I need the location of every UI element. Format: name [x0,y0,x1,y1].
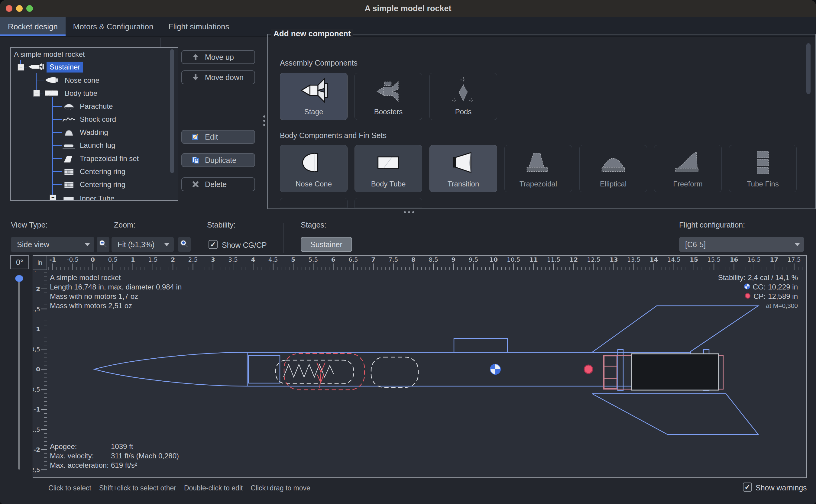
flight-configuration-label: Flight configuration: [679,221,745,229]
tree-item-wadding[interactable]: Wadding [80,128,108,137]
partial-component-button[interactable] [280,198,348,208]
duplicate-button[interactable]: Duplicate [181,153,255,167]
show-warnings-checkbox[interactable]: ✓ [743,483,752,492]
svg-text:-2: -2 [34,446,40,453]
flight-stats-block: Apogee:1039 ft Max. velocity:311 ft/s (M… [50,442,179,470]
tree-item-parachute[interactable]: Parachute [80,102,113,111]
body-tube-big-icon [372,145,405,180]
flight-configuration-value: [C6-5] [685,240,706,249]
pods-label: Pods [455,108,472,116]
zoom-level-dropdown[interactable]: Fit (51,3%) [112,237,174,252]
show-cgcp-checkbox[interactable]: ✓ [209,240,218,249]
body-tube-component-button[interactable]: Body Tube [355,145,422,192]
svg-text:1: 1 [131,256,135,263]
move-up-label: Move up [205,53,234,62]
rocket-mass-motors-text: Mass with motors 2,51 oz [50,301,182,310]
svg-text:11: 11 [529,256,538,263]
trapezoidal-fin-component-button[interactable]: Trapezoidal [504,145,572,192]
max-acceleration-value: 619 ft/s² [111,460,137,470]
tree-item-launch-lug[interactable]: Launch lug [80,141,115,150]
elliptical-fin-component-button[interactable]: Elliptical [579,145,647,192]
rotation-slider-knob[interactable] [15,275,23,282]
svg-text:6: 6 [331,256,335,263]
expander-collapse-icon[interactable]: − [50,195,56,201]
stage-toggle-button[interactable]: Sustainer [301,237,352,252]
transition-icon [447,145,480,180]
transition-component-button[interactable]: Transition [429,145,497,192]
stability-caption: Stability: [718,273,746,282]
hint-click-select: Click to select [48,484,91,492]
tree-item-nose-cone[interactable]: Nose cone [65,76,99,85]
tree-connector [36,73,37,90]
cg-legend-icon [744,283,750,291]
rocket-info-block: A simple model rocket Length 16,748 in, … [50,273,182,310]
launch-lug-icon [62,141,76,151]
tab-motors-configuration[interactable]: Motors & Configuration [66,17,161,36]
component-tree: A simple model rocket − Sustainer Nose c… [10,47,178,201]
nose-shoulder-outline [248,355,280,383]
delete-button[interactable]: Delete [181,177,255,191]
tree-item-inner-tube[interactable]: Inner Tube [80,194,115,201]
tree-connector [52,106,62,107]
magnifier-plus-icon [180,239,189,250]
tree-scrollbar-thumb[interactable] [170,49,174,173]
body-tube-icon [44,89,60,99]
elliptical-fin-icon [597,145,630,180]
expander-collapse-icon[interactable]: − [18,64,24,71]
tab-rocket-design[interactable]: Rocket design [0,17,66,36]
view-type-dropdown[interactable]: Side view [11,237,94,252]
freeform-fin-component-button[interactable]: Freeform [654,145,722,192]
boosters-component-button[interactable]: Boosters [355,73,422,120]
svg-text:13: 13 [610,256,618,263]
stage-component-button[interactable]: Stage [280,73,348,120]
tree-item-sustainer-selected[interactable]: Sustainer [47,62,83,73]
max-velocity-label: Max. velocity: [50,451,111,460]
stability-block: Stability: 2,4 cal / 14,1 % CG: 10,229 i… [718,273,798,310]
shock-cord-zigzag [283,364,334,377]
panel-scrollbar-thumb[interactable] [806,43,811,94]
centering-ring-icon [62,168,76,177]
tree-item-centering-ring[interactable]: Centering ring [80,180,125,189]
zoom-out-button[interactable] [97,237,109,252]
pods-icon [447,73,480,108]
arrow-down-icon [192,73,200,81]
fin-upper-outline [592,306,758,352]
duplicate-label: Duplicate [205,156,236,165]
tab-flight-simulations[interactable]: Flight simulations [161,17,237,36]
expander-collapse-icon[interactable]: − [33,90,40,97]
show-warnings-label[interactable]: Show warnings [756,483,807,492]
stability-label: Stability: [207,221,235,229]
window-title: A simple model rocket [0,0,816,17]
tree-item-rocket-root[interactable]: A simple model rocket [14,50,85,59]
fin-lower-outline [592,394,758,435]
edit-button[interactable]: Edit [181,130,255,144]
vertical-ruler: 2,521,510,50-0,5-1-1,5-2-2,5 [33,265,47,473]
tree-item-centering-ring[interactable]: Centering ring [80,167,125,176]
pods-component-button[interactable]: Pods [429,73,497,120]
rotation-slider-track[interactable] [18,278,20,470]
move-down-button[interactable]: Move down [181,70,255,84]
svg-text:16,5: 16,5 [747,256,761,263]
zoom-in-button[interactable] [178,237,191,252]
tube-fins-component-button[interactable]: Tube Fins [729,145,797,192]
ruler-unit-box: in [33,256,47,270]
tree-item-body-tube[interactable]: Body tube [65,89,97,98]
tree-item-shock-cord[interactable]: Shock cord [80,115,116,124]
parachute-icon [62,102,76,112]
nose-cone-component-button[interactable]: Nose Cone [280,145,348,192]
show-cgcp-label[interactable]: Show CG/CP [222,241,267,250]
parachute-outline [276,360,354,384]
stage-label: Stage [304,108,323,116]
tube-fins-label: Tube Fins [747,180,779,188]
tree-item-trapezoidal-fin-set[interactable]: Trapezoidal fin set [80,154,139,163]
svg-text:5: 5 [291,256,295,263]
svg-text:1,5: 1,5 [33,305,40,313]
cp-caption: CP: [753,292,766,301]
fin-tab-outline [618,350,623,391]
move-up-button[interactable]: Move up [181,50,255,64]
flight-configuration-dropdown[interactable]: [C6-5] [679,237,804,252]
arrow-up-icon [192,53,200,61]
cg-marker [490,364,500,374]
partial-component-button[interactable] [355,198,422,208]
delete-x-icon [192,180,200,188]
